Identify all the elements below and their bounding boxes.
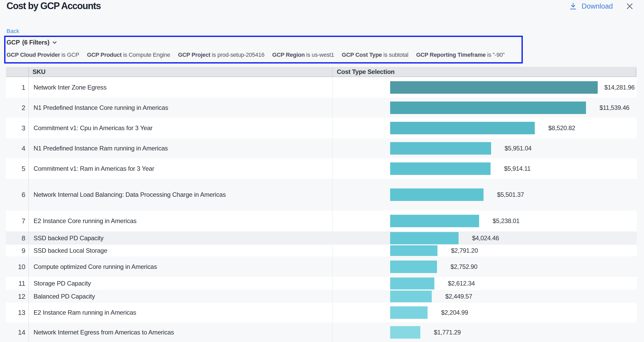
column-divider [636,68,636,77]
sku-label: Compute optimized Core running in Americ… [34,263,157,270]
bar-value-label: $14,281.96 [604,84,635,91]
filter-box: GCP (6 Filters) GCP Cloud Provider is GC… [4,36,523,64]
table-row[interactable]: 6Network Internal Load Balancing: Data P… [6,179,637,211]
row-index: 11 [6,280,25,288]
table-row[interactable]: 10Compute optimized Core running in Amer… [6,256,637,277]
row-index: 13 [6,309,25,317]
cost-bar[interactable] [390,215,479,227]
bar-value-label: $8,520.82 [548,124,575,132]
page-title: Cost by GCP Accounts [7,1,101,11]
close-icon[interactable] [625,1,635,11]
table-row[interactable]: 9SSD backed Local Storage$2,791.20 [6,245,637,256]
filter-field: GCP Region [272,52,305,58]
row-index: 4 [6,144,25,152]
table-row[interactable]: 13E2 Instance Ram running in Americas$2,… [6,303,637,322]
filter-item[interactable]: GCP Region is us-west1 [272,52,334,58]
table-row[interactable]: 4N1 Predefined Instance Ram running in A… [6,138,637,158]
filter-field: GCP Product [87,52,121,58]
bar-value-label: $1,771.29 [434,329,461,336]
filter-list: GCP Cloud Provider is GCPGCP Product is … [7,52,514,58]
bar-value-label: $2,449.57 [445,293,472,300]
row-index: 5 [6,164,25,173]
sku-label: SSD backed PD Capacity [34,235,104,242]
cost-bar[interactable] [390,102,586,114]
bar-value-label: $5,914.11 [504,165,531,172]
row-index: 8 [6,234,25,242]
cost-table: SKU Cost Type Selection 1Network Inter Z… [6,67,637,342]
sku-label: E2 Instance Core running in Americas [34,217,137,225]
sku-label: Balanced PD Capacity [34,293,95,300]
cost-bar[interactable] [390,290,432,302]
cost-bar[interactable] [390,261,437,273]
sku-label: SSD backed Local Storage [34,247,107,254]
cost-bar[interactable] [390,122,535,134]
table-row[interactable]: 5Commitment v1: Ram in Americas for 3 Ye… [6,158,637,179]
bar-value-label: $11,539.46 [600,104,629,111]
filter-field: GCP Cost Type [342,52,382,58]
bar-value-label: $2,791.20 [451,247,478,254]
cost-bar[interactable] [390,326,420,339]
row-index: 3 [6,124,25,132]
filter-field: GCP Cloud Provider [7,52,60,58]
filter-item[interactable]: GCP Project is prod-setup-205416 [178,52,264,58]
column-divider [332,67,333,77]
table-row[interactable]: 3Commitment v1: Cpu in Americas for 3 Ye… [6,118,637,138]
row-index: 6 [6,191,25,199]
bar-value-label: $2,204.99 [441,309,468,316]
filter-count-label: (6 Filters) [22,39,49,46]
row-index: 7 [6,217,25,225]
cost-bar[interactable] [390,188,484,201]
bar-value-label: $5,501.37 [497,191,524,198]
cost-bar[interactable] [390,306,428,319]
row-index: 2 [6,104,25,112]
sku-label: Network Inter Zone Egress [34,84,106,91]
table-row[interactable]: 14Network Internet Egress from Americas … [6,322,637,342]
table-row[interactable]: 8SSD backed PD Capacity$4,024.46 [6,231,637,245]
table-row[interactable]: 11Storage PD Capacity$2,612.34 [6,277,637,290]
sku-label: E2 Instance Ram running in Americas [34,309,136,316]
filter-item[interactable]: GCP Product is Compute Engine [87,52,170,58]
row-index: 10 [6,263,25,271]
filter-item[interactable]: GCP Cost Type is subtotal [342,52,408,58]
download-icon [570,3,576,10]
download-label: Download [582,2,613,10]
table-row[interactable]: 1Network Inter Zone Egress$14,281.96 [6,77,637,98]
bar-value-label: $5,238.01 [493,217,520,225]
filter-item[interactable]: GCP Cloud Provider is GCP [7,52,79,58]
row-index: 12 [6,292,25,300]
table-body: 1Network Inter Zone Egress$14,281.962N1 … [6,77,637,342]
column-header-cost-type[interactable]: Cost Type Selection [337,68,395,75]
cost-bar[interactable] [390,162,491,175]
bar-value-label: $5,951.04 [505,145,532,152]
table-header-row: SKU Cost Type Selection [6,67,637,77]
sku-label: Commitment v1: Ram in Americas for 3 Yea… [34,165,154,172]
table-row[interactable]: 12Balanced PD Capacity$2,449.57 [6,290,637,303]
chevron-down-icon [52,41,57,44]
cost-bar[interactable] [390,277,434,289]
row-index: 14 [6,328,25,337]
sku-label: Network Internal Load Balancing: Data Pr… [34,191,226,198]
filter-field: GCP Reporting Timeframe [416,52,486,58]
sku-label: Network Internet Egress from Americas to… [34,329,174,336]
bar-value-label: $2,752.90 [450,263,478,270]
filter-summary-toggle[interactable]: GCP (6 Filters) [7,38,514,47]
filter-group-label: GCP [7,39,20,46]
cost-bar[interactable] [390,245,437,256]
table-row[interactable]: 7E2 Instance Core running in Americas$5,… [6,211,637,231]
table-row[interactable]: 2N1 Predefined Instance Core running in … [6,98,637,118]
column-divider [28,67,29,77]
filter-item[interactable]: GCP Reporting Timeframe is "-90" [416,52,505,58]
bar-value-label: $4,024.46 [472,235,499,242]
sku-label: Commitment v1: Cpu in Americas for 3 Yea… [34,124,152,132]
download-button[interactable]: Download [570,1,613,11]
sku-label: Storage PD Capacity [34,280,91,287]
row-index: 9 [6,246,25,255]
cost-bar[interactable] [390,142,491,155]
back-link[interactable]: Back [7,28,19,35]
column-divider [332,77,333,342]
bar-value-label: $2,612.34 [448,280,475,287]
column-divider [28,77,29,342]
cost-bar[interactable] [390,232,459,244]
column-header-sku: SKU [33,68,46,75]
cost-bar[interactable] [390,81,598,94]
